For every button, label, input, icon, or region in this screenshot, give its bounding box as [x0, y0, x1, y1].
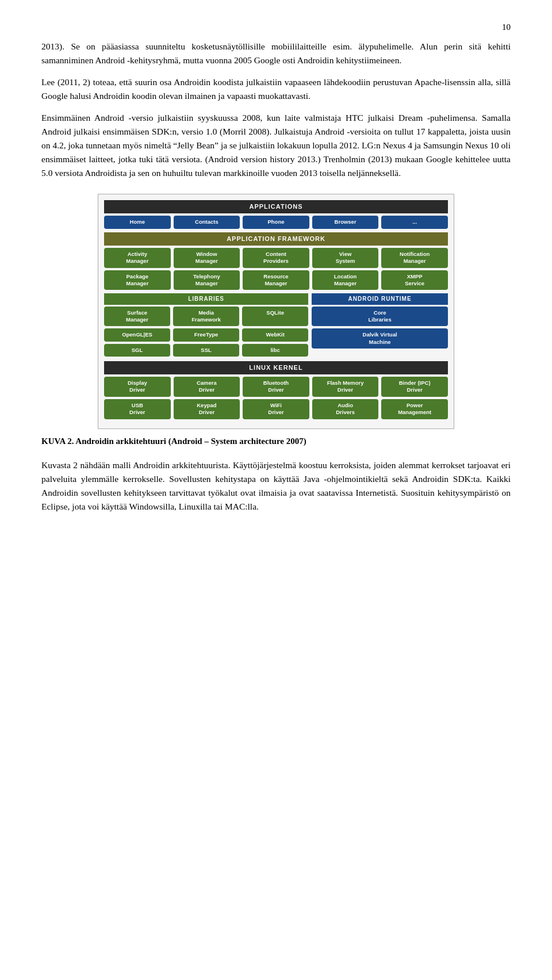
- fw-window-manager: WindowManager: [174, 248, 240, 268]
- runtime-section: ANDROID RUNTIME CoreLibraries Dalvik Vir…: [312, 293, 448, 359]
- kernel-row1: DisplayDriver CameraDriver BluetoothDriv…: [104, 377, 448, 397]
- framework-row1: ActivityManager WindowManager ContentPro…: [104, 248, 448, 268]
- fw-package-manager: PackageManager: [104, 270, 171, 290]
- fw-view-system: ViewSystem: [312, 248, 379, 268]
- kernel-layer: LINUX KERNEL DisplayDriver CameraDriver …: [104, 361, 448, 419]
- kernel-display-driver: DisplayDriver: [104, 377, 171, 397]
- kernel-flash-memory-driver: Flash MemoryDriver: [312, 377, 379, 397]
- kernel-title: LINUX KERNEL: [104, 361, 448, 374]
- lib-ssl: SSL: [173, 344, 239, 357]
- applications-row: Home Contacts Phone Browser ...: [104, 216, 448, 228]
- app-more: ...: [381, 216, 448, 228]
- fw-telephony-manager: TelephonyManager: [174, 270, 240, 290]
- kernel-camera-driver: CameraDriver: [174, 377, 240, 397]
- libs-row3: SGL SSL libc: [104, 344, 308, 357]
- runtime-title: ANDROID RUNTIME: [312, 293, 448, 305]
- paragraph-3: Ensimmäinen Android -versio julkaistiin …: [41, 111, 511, 180]
- lib-opengl: OpenGL|ES: [104, 328, 170, 341]
- framework-layer: APPLICATION FRAMEWORK ActivityManager Wi…: [104, 232, 448, 290]
- libs-runtime-wrapper: LIBRARIES SurfaceManager MediaFramework …: [104, 293, 448, 359]
- lib-webkit: WebKit: [242, 328, 308, 341]
- kernel-row2: USBDriver KeypadDriver WiFiDriver AudioD…: [104, 399, 448, 419]
- caption-text: KUVA 2. Androidin arkkitehtuuri (Android…: [41, 437, 306, 446]
- lib-sqlite: SQLite: [242, 307, 308, 327]
- page-number: 10: [41, 21, 511, 34]
- app-phone: Phone: [243, 216, 309, 228]
- framework-title: APPLICATION FRAMEWORK: [104, 232, 448, 246]
- runtime-core-libraries: CoreLibraries: [312, 307, 448, 327]
- app-home: Home: [104, 216, 171, 228]
- app-contacts: Contacts: [174, 216, 240, 228]
- fw-notification-manager: NotificationManager: [381, 248, 448, 268]
- framework-row2: PackageManager TelephonyManager Resource…: [104, 270, 448, 290]
- fw-location-manager: LocationManager: [312, 270, 379, 290]
- paragraph-2: Lee (2011, 2) toteaa, että suurin osa An…: [41, 75, 511, 103]
- lib-libc: libc: [242, 344, 308, 357]
- fw-content-providers: ContentProviders: [243, 248, 309, 268]
- fw-activity-manager: ActivityManager: [104, 248, 171, 268]
- paragraph-1: 2013). Se on pääasiassa suunniteltu kosk…: [41, 40, 511, 67]
- kernel-usb-driver: USBDriver: [104, 399, 171, 419]
- runtime-dalvik: Dalvik VirtualMachine: [312, 328, 448, 349]
- libs-row2: OpenGL|ES FreeType WebKit: [104, 328, 308, 341]
- applications-layer: APPLICATIONS Home Contacts Phone Browser…: [104, 200, 448, 228]
- paragraph-post-1: Kuvasta 2 nähdään malli Androidin arkkit…: [41, 458, 511, 514]
- lib-surface-manager: SurfaceManager: [104, 307, 170, 327]
- fw-resource-manager: ResourceManager: [243, 270, 309, 290]
- diagram-caption: KUVA 2. Androidin arkkitehtuuri (Android…: [41, 435, 511, 448]
- lib-sgl: SGL: [104, 344, 170, 357]
- lib-media-framework: MediaFramework: [173, 307, 239, 327]
- libraries-section: LIBRARIES SurfaceManager MediaFramework …: [104, 293, 308, 359]
- lib-freetype: FreeType: [173, 328, 239, 341]
- libraries-title: LIBRARIES: [104, 293, 308, 305]
- kernel-keypad-driver: KeypadDriver: [174, 399, 240, 419]
- app-browser: Browser: [312, 216, 379, 228]
- applications-title: APPLICATIONS: [104, 200, 448, 213]
- kernel-audio-drivers: AudioDrivers: [312, 399, 379, 419]
- kernel-wifi-driver: WiFiDriver: [243, 399, 309, 419]
- libs-row1: SurfaceManager MediaFramework SQLite: [104, 307, 308, 327]
- runtime-row2: Dalvik VirtualMachine: [312, 328, 448, 349]
- architecture-diagram: APPLICATIONS Home Contacts Phone Browser…: [98, 194, 454, 428]
- kernel-power-management: PowerManagement: [381, 399, 448, 419]
- kernel-binder-driver: Binder (IPC)Driver: [381, 377, 448, 397]
- runtime-row1: CoreLibraries: [312, 307, 448, 327]
- kernel-bluetooth-driver: BluetoothDriver: [243, 377, 309, 397]
- fw-xmpp-service: XMPPService: [381, 270, 448, 290]
